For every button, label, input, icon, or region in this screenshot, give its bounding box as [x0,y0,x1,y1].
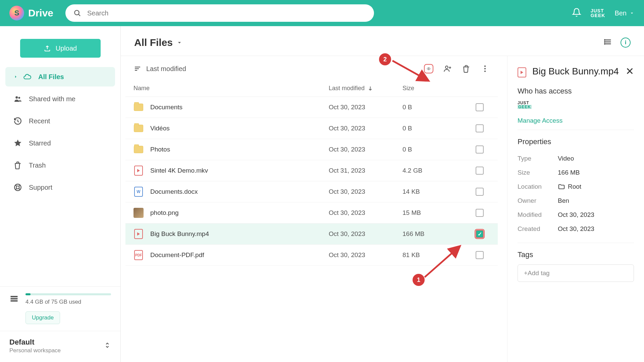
file-name: Documents [150,104,182,111]
breadcrumb-label: All Files [134,37,173,48]
sort-button[interactable]: Last modified [133,65,186,73]
file-name: Document-PDF.pdf [150,251,204,259]
row-checkbox[interactable] [476,209,484,217]
prop-location[interactable]: Root [558,183,581,190]
nav-trash[interactable]: Trash [5,156,115,175]
search-icon [73,9,81,17]
delete-button[interactable] [462,64,471,73]
more-button[interactable] [480,64,490,73]
svg-rect-7 [11,298,18,299]
nav-label: Shared with me [29,95,75,103]
share-button[interactable] [443,64,452,73]
prop-owner: Ben [558,197,569,204]
nav-recent[interactable]: Recent [5,111,115,131]
word-icon: W [134,187,143,197]
table-row[interactable]: VidéosOct 30, 20230 B [125,118,498,139]
brand-line-1: JUST [591,8,605,13]
col-name[interactable]: Name [133,85,329,92]
table-row[interactable]: photo.pngOct 30, 202315 MB [125,202,498,224]
manage-access-link[interactable]: Manage Access [518,117,634,124]
col-size[interactable]: Size [402,85,470,92]
app-name: Drive [28,7,53,19]
access-heading: Who has access [518,87,634,96]
logo-icon: S [9,6,24,20]
search-input[interactable] [87,9,366,17]
preview-button[interactable] [424,64,433,73]
arrow-down-icon [367,85,373,92]
storage-meter [25,293,111,295]
video-icon [134,166,143,176]
list-view-icon [603,37,612,47]
table-row[interactable]: DocumentsOct 30, 20230 B [125,97,498,118]
breadcrumb[interactable]: All Files [134,37,183,48]
upgrade-button[interactable]: Upgrade [25,311,60,324]
bell-icon [572,8,581,17]
people-icon [13,95,22,103]
nav-label: Recent [29,117,50,125]
row-checkbox[interactable] [476,230,484,238]
app-header: S Drive JUST GEEK Ben [0,0,644,26]
file-name: photo.png [150,209,179,217]
info-button[interactable]: i [621,38,631,48]
file-name: Documents.docx [150,188,198,195]
col-modified[interactable]: Last modified [329,85,402,92]
file-name: Sintel 4K Demo.mkv [150,167,208,174]
file-name: Vidéos [150,125,170,132]
row-checkbox[interactable] [476,188,484,196]
file-modified: Oct 30, 2023 [329,125,402,132]
svg-point-20 [484,65,486,67]
file-size: 15 MB [402,209,470,217]
sort-icon [133,65,142,73]
logo[interactable]: S Drive [9,6,53,20]
properties-heading: Properties [518,137,634,146]
svg-point-0 [74,10,79,15]
brand-badge: JUST GEEK [591,8,605,18]
row-checkbox[interactable] [476,124,484,132]
notifications-button[interactable] [572,8,581,18]
file-modified: Oct 30, 2023 [329,230,402,238]
table-row[interactable]: Sintel 4K Demo.mkvOct 31, 20234.2 GB [125,160,498,181]
file-size: 14 KB [402,188,470,195]
table-row[interactable]: PhotosOct 30, 20230 B [125,139,498,160]
more-vertical-icon [481,64,489,73]
row-checkbox[interactable] [476,145,484,154]
nav-all-files[interactable]: All Files [5,67,115,86]
upload-icon [44,45,51,52]
chevron-down-icon [176,39,183,46]
close-button[interactable]: ✕ [626,65,634,77]
folder-icon [134,146,143,153]
pdf-icon: PDF [134,250,143,260]
workspace-name: Default [9,338,104,347]
row-checkbox[interactable] [476,251,484,259]
person-add-icon [443,64,452,73]
table-row[interactable]: WDocuments.docxOct 30, 202314 KB [125,181,498,202]
file-modified: Oct 30, 2023 [329,188,402,195]
folder-icon [558,183,565,190]
file-modified: Oct 30, 2023 [329,209,402,217]
workspace-switcher[interactable]: Default Personal workspace [0,331,120,362]
file-modified: Oct 31, 2023 [329,167,402,174]
access-avatar[interactable]: JUST GEEK [518,101,532,109]
user-menu[interactable]: Ben [614,9,635,17]
chevron-down-icon [629,10,635,16]
file-size: 166 MB [402,230,470,238]
view-list-button[interactable] [603,37,612,48]
nav-support[interactable]: Support [5,178,115,197]
nav-label: Starred [29,139,51,147]
upload-button[interactable]: Upload [20,39,101,58]
row-checkbox[interactable] [476,103,484,111]
svg-point-5 [16,186,19,189]
sidebar: Upload All Files Shared with me Recent S… [0,26,121,362]
table-row[interactable]: Big Buck Bunny.mp4Oct 30, 2023166 MB [125,224,498,245]
folder-icon [134,125,143,132]
prop-size: 166 MB [558,169,580,176]
add-tag-input[interactable]: +Add tag [518,264,634,282]
svg-rect-6 [11,296,18,297]
search-box[interactable] [65,4,374,22]
nav-starred[interactable]: Starred [5,133,115,153]
nav-shared[interactable]: Shared with me [5,89,115,109]
prop-created: Oct 30, 2023 [558,225,594,233]
row-checkbox[interactable] [476,167,484,175]
svg-rect-8 [11,300,18,302]
table-row[interactable]: PDFDocument-PDF.pdfOct 30, 202381 KB [125,245,498,266]
